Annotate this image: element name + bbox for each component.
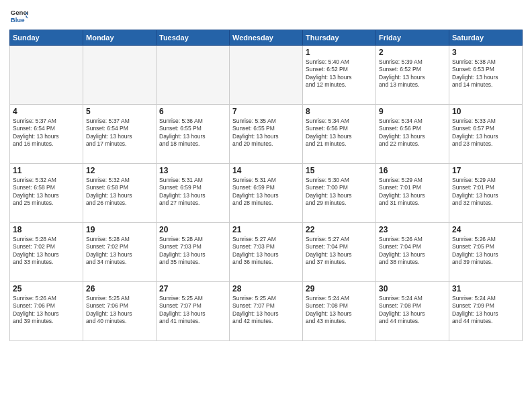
day-number: 21 [232,225,300,234]
day-number: 19 [86,225,153,234]
page: General Blue SundayMondayTuesdayWednesda… [0,0,532,411]
cell-text: Sunrise: 5:39 AM [379,58,446,66]
weekday-header-thursday: Thursday [303,30,376,46]
cell-text: Sunset: 6:57 PM [452,125,519,132]
day-number: 1 [306,48,373,57]
day-number: 27 [159,284,226,293]
cell-text: Daylight: 13 hours [232,310,300,318]
cell-text: Sunrise: 5:24 AM [379,295,446,302]
calendar-cell: 13Sunrise: 5:31 AMSunset: 6:59 PMDayligh… [157,164,230,223]
cell-text: Daylight: 13 hours [306,251,373,259]
cell-text: Daylight: 13 hours [159,192,226,199]
cell-text: and 44 minutes. [452,318,519,325]
calendar-cell: 25Sunrise: 5:26 AMSunset: 7:06 PMDayligh… [10,282,83,341]
calendar-cell [157,46,230,105]
day-number: 18 [13,225,80,234]
cell-text: Sunset: 6:56 PM [306,125,373,132]
day-number: 23 [379,225,446,234]
calendar-cell: 17Sunrise: 5:29 AMSunset: 7:01 PMDayligh… [449,164,523,223]
cell-text: Sunset: 7:02 PM [86,243,153,250]
calendar-cell: 14Sunrise: 5:31 AMSunset: 6:59 PMDayligh… [230,164,303,223]
cell-text: Sunrise: 5:37 AM [86,118,153,125]
cell-text: Daylight: 13 hours [232,133,300,140]
calendar-cell: 6Sunrise: 5:36 AMSunset: 6:55 PMDaylight… [157,105,230,164]
cell-text: and 20 minutes. [232,140,300,148]
day-number: 14 [232,166,300,175]
cell-text: and 29 minutes. [306,199,373,207]
cell-text: and 22 minutes. [379,140,446,148]
cell-text: Daylight: 13 hours [306,133,373,140]
cell-text: Sunset: 7:04 PM [306,243,373,250]
cell-text: Daylight: 13 hours [452,74,519,81]
cell-text: and 18 minutes. [159,140,226,148]
cell-text: and 31 minutes. [379,199,446,207]
cell-text: Daylight: 13 hours [159,133,226,140]
cell-text: Daylight: 13 hours [159,310,226,318]
calendar-cell [230,46,303,105]
day-number: 28 [232,284,300,293]
day-number: 24 [452,225,519,234]
cell-text: and 43 minutes. [306,318,373,325]
day-number: 26 [86,284,153,293]
cell-text: Sunset: 7:07 PM [159,302,226,310]
day-number: 11 [13,166,80,175]
cell-text: Daylight: 13 hours [13,192,80,199]
cell-text: Sunrise: 5:35 AM [232,118,300,125]
cell-text: Daylight: 13 hours [452,133,519,140]
day-number: 15 [306,166,373,175]
cell-text: Sunrise: 5:26 AM [379,236,446,243]
cell-text: Sunrise: 5:25 AM [159,295,226,302]
day-number: 29 [306,284,373,293]
weekday-header-monday: Monday [83,30,157,46]
cell-text: Sunrise: 5:32 AM [13,177,80,184]
cell-text: and 17 minutes. [86,140,153,148]
day-number: 8 [306,107,373,116]
header: General Blue [9,7,523,26]
day-number: 10 [452,107,519,116]
cell-text: Sunset: 6:59 PM [159,184,226,191]
weekday-header-row: SundayMondayTuesdayWednesdayThursdayFrid… [10,30,523,46]
cell-text: Sunrise: 5:26 AM [13,295,80,302]
cell-text: Sunset: 6:54 PM [13,125,80,132]
cell-text: and 23 minutes. [452,140,519,148]
calendar-cell: 22Sunrise: 5:27 AMSunset: 7:04 PMDayligh… [303,223,376,282]
cell-text: Sunrise: 5:37 AM [13,118,80,125]
weekday-header-friday: Friday [376,30,449,46]
week-row-2: 4Sunrise: 5:37 AMSunset: 6:54 PMDaylight… [10,105,523,164]
cell-text: Sunset: 7:03 PM [159,243,226,250]
day-number: 7 [232,107,300,116]
cell-text: Sunset: 6:55 PM [232,125,300,132]
cell-text: Sunset: 6:54 PM [86,125,153,132]
cell-text: Sunrise: 5:31 AM [232,177,300,184]
calendar-cell: 16Sunrise: 5:29 AMSunset: 7:01 PMDayligh… [376,164,449,223]
day-number: 31 [452,284,519,293]
calendar-cell: 27Sunrise: 5:25 AMSunset: 7:07 PMDayligh… [157,282,230,341]
cell-text: Sunrise: 5:32 AM [86,177,153,184]
week-row-5: 25Sunrise: 5:26 AMSunset: 7:06 PMDayligh… [10,282,523,341]
cell-text: and 38 minutes. [379,259,446,266]
day-number: 25 [13,284,80,293]
cell-text: Sunrise: 5:26 AM [452,236,519,243]
cell-text: and 16 minutes. [13,140,80,148]
cell-text: Sunset: 7:04 PM [379,243,446,250]
calendar-cell: 24Sunrise: 5:26 AMSunset: 7:05 PMDayligh… [449,223,523,282]
cell-text: Daylight: 13 hours [86,251,153,259]
cell-text: Daylight: 13 hours [13,310,80,318]
cell-text: Daylight: 13 hours [306,74,373,81]
cell-text: and 12 minutes. [306,81,373,89]
calendar-cell: 4Sunrise: 5:37 AMSunset: 6:54 PMDaylight… [10,105,83,164]
week-row-4: 18Sunrise: 5:28 AMSunset: 7:02 PMDayligh… [10,223,523,282]
cell-text: Sunset: 6:56 PM [379,125,446,132]
logo-icon: General Blue [9,7,28,26]
weekday-header-tuesday: Tuesday [157,30,230,46]
cell-text: Daylight: 13 hours [379,192,446,199]
cell-text: Daylight: 13 hours [13,133,80,140]
cell-text: Sunset: 7:02 PM [13,243,80,250]
calendar-cell: 23Sunrise: 5:26 AMSunset: 7:04 PMDayligh… [376,223,449,282]
cell-text: and 27 minutes. [159,199,226,207]
day-number: 2 [379,48,446,57]
cell-text: Sunset: 7:00 PM [306,184,373,191]
cell-text: Sunset: 7:07 PM [232,302,300,310]
cell-text: Daylight: 13 hours [306,310,373,318]
cell-text: Sunrise: 5:31 AM [159,177,226,184]
